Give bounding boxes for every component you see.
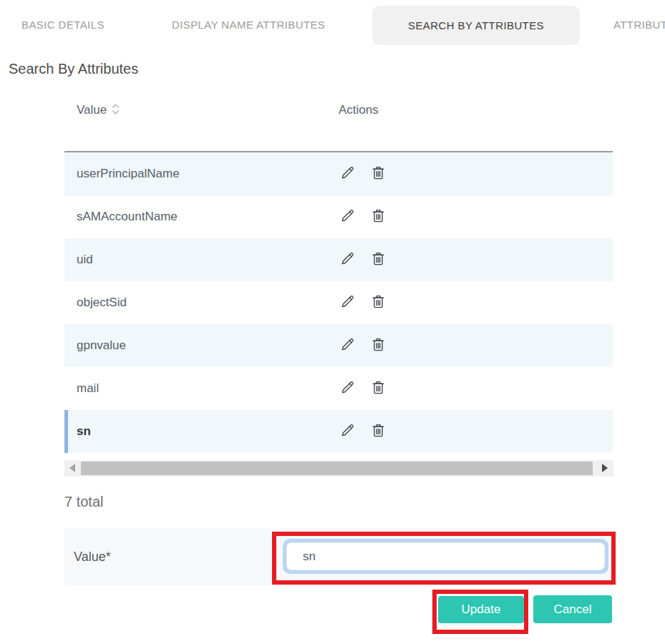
row-actions [339, 337, 387, 354]
row-value-label: sn [77, 424, 91, 439]
pencil-icon [339, 422, 356, 441]
edit-button[interactable] [339, 294, 356, 311]
delete-button[interactable] [369, 337, 387, 354]
column-header-actions: Actions [339, 103, 379, 117]
row-value-label: uid [77, 253, 93, 267]
row-value-label: objectSid [77, 296, 127, 310]
edit-button[interactable] [339, 423, 356, 440]
trash-icon [370, 165, 387, 183]
selected-row-accent-bar [64, 410, 68, 453]
table-row-selected[interactable]: sn [64, 410, 613, 453]
arrow-right-icon[interactable] [602, 464, 608, 472]
pencil-icon [339, 293, 356, 312]
delete-button[interactable] [369, 208, 387, 225]
edit-button[interactable] [339, 208, 356, 225]
cancel-button[interactable]: Cancel [533, 595, 612, 623]
value-field-label: Value* [74, 550, 111, 565]
column-header-value-label: Value [77, 103, 107, 117]
table-row[interactable]: uid [64, 238, 613, 281]
row-actions [339, 208, 387, 225]
sort-icon [112, 103, 120, 117]
tab-basic-details[interactable]: BASIC DETAILS [21, 19, 105, 31]
pencil-icon [339, 379, 356, 398]
trash-icon [370, 336, 387, 355]
row-actions [339, 423, 387, 440]
sort-button[interactable] [112, 103, 120, 117]
tab-attributes-truncated[interactable]: ATTRIBUT [613, 19, 665, 31]
horizontal-scrollbar[interactable] [64, 460, 613, 477]
table-row[interactable]: sAMAccountName [64, 195, 613, 238]
table-row[interactable]: gpnvalue [64, 324, 613, 367]
delete-button[interactable] [369, 165, 387, 182]
edit-button[interactable] [339, 251, 356, 268]
trash-icon [370, 208, 387, 226]
arrow-left-icon[interactable] [69, 464, 75, 472]
pencil-icon [339, 336, 356, 355]
pencil-icon [339, 208, 356, 226]
tab-search-by-attributes[interactable]: SEARCH BY ATTRIBUTES [372, 6, 580, 45]
column-header-value: Value [77, 103, 120, 117]
row-value-label: mail [77, 381, 99, 396]
search-by-attributes-panel: BASIC DETAILS DISPLAY NAME ATTRIBUTES SE… [0, 0, 665, 644]
row-value-label: sAMAccountName [77, 210, 178, 224]
table-row[interactable]: userPrincipalName [64, 152, 613, 195]
row-value-label: userPrincipalName [77, 167, 180, 181]
trash-icon [370, 422, 387, 441]
row-actions [339, 294, 387, 311]
table-row[interactable]: mail [64, 367, 613, 410]
delete-button[interactable] [369, 294, 387, 311]
row-value-label: gpnvalue [77, 338, 126, 353]
scrollbar-thumb[interactable] [81, 462, 593, 475]
pencil-icon [339, 250, 356, 269]
page-title: Search By Attributes [9, 61, 138, 77]
value-input-focus-ring [283, 539, 608, 574]
row-actions [339, 165, 387, 182]
update-button[interactable]: Update [438, 596, 524, 623]
edit-button[interactable] [339, 337, 356, 354]
trash-icon [370, 250, 387, 269]
table-row[interactable]: objectSid [64, 281, 613, 324]
trash-icon [370, 379, 387, 398]
delete-button[interactable] [369, 380, 387, 397]
tab-display-name-attributes[interactable]: DISPLAY NAME ATTRIBUTES [172, 19, 325, 31]
total-count-label: 7 total [64, 494, 103, 510]
pencil-icon [339, 165, 356, 183]
trash-icon [370, 293, 387, 312]
delete-button[interactable] [369, 251, 387, 268]
attributes-table: userPrincipalName sAMAccountName uid obj… [64, 152, 613, 453]
row-actions [339, 251, 387, 268]
row-actions [339, 380, 387, 397]
edit-button[interactable] [339, 380, 356, 397]
delete-button[interactable] [369, 423, 387, 440]
value-input[interactable] [286, 542, 605, 570]
edit-button[interactable] [339, 165, 356, 182]
value-form-row: Value* [64, 528, 614, 585]
